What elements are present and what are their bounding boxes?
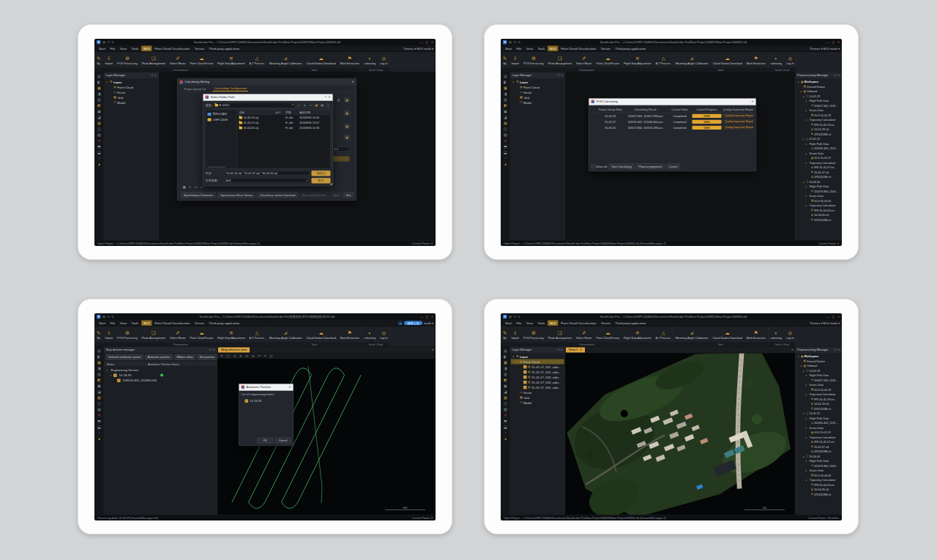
file-dialog-nav-icon[interactable]: ◫ [326, 102, 331, 108]
expander-icon[interactable]: ∨ [800, 365, 803, 367]
quality-report-link[interactable]: Quality Inspection Report [723, 114, 754, 118]
side-tool-icon[interactable]: ⬓ [97, 149, 101, 155]
expander-icon[interactable]: ∨ [800, 90, 803, 93]
ribbon-button[interactable]: ☁Point Cloud Fusion [594, 329, 621, 340]
ribbon-button[interactable]: ◐colorizing [362, 329, 378, 340]
expander-icon[interactable]: ∨ [803, 455, 806, 458]
expander-icon[interactable]: ∨ [803, 180, 806, 183]
view-tab[interactable]: View 1✕ [566, 348, 585, 353]
ribbon-button[interactable]: ◎Log In [784, 329, 796, 340]
quick-access-icon[interactable]: ❐ [513, 40, 516, 44]
menu-item[interactable]: Terrain [193, 46, 206, 51]
ribbon-button[interactable]: ❏Photo Arrangement [546, 329, 574, 340]
ribbon-button[interactable]: ◐colorizing [768, 54, 784, 65]
side-tool-icon[interactable]: ⬒ [504, 143, 507, 149]
themes-mode-selector[interactable]: Themes ▾ MLS mode ▾ [403, 47, 433, 51]
group-action-icon[interactable]: + [189, 185, 191, 189]
minimize-icon[interactable]: — [826, 40, 829, 44]
expander-icon[interactable]: ∨ [805, 204, 808, 207]
side-tool-icon[interactable]: ⬓ [504, 424, 507, 430]
browse-folder-icon[interactable]: ▣ [345, 98, 350, 102]
file-dialog-nav-icon[interactable]: ● [296, 102, 302, 108]
file-dialog-nav-icon[interactable]: ▣ [314, 102, 319, 108]
side-tool-icon[interactable]: ▤ [97, 73, 101, 79]
side-tool-icon[interactable]: ▥ [97, 371, 101, 377]
close-icon[interactable]: ✕ [837, 40, 840, 44]
menu-item[interactable]: File [514, 46, 523, 51]
route-upload-button[interactable]: 线路上传 [404, 321, 422, 325]
mode-selector-fragment[interactable]: mode ▾ [424, 321, 433, 325]
menu-item[interactable]: Third party application [206, 321, 242, 326]
quick-access-icon[interactable]: ▤ [509, 40, 512, 44]
side-tool-icon[interactable]: ⬒ [97, 418, 101, 424]
menu-item[interactable]: Tools [129, 46, 141, 51]
side-tool-icon[interactable]: ▣ [97, 383, 101, 389]
tree-item[interactable]: ∨Engineering Section [105, 367, 217, 373]
pos-table-row[interactable]: 16-04-05115572.800_116525.298.posComplet… [591, 124, 754, 130]
side-tool-icon[interactable]: ◩ [504, 377, 507, 383]
expander-icon[interactable]: ∨ [805, 384, 808, 387]
side-tool-icon[interactable]: ✕ [97, 138, 100, 143]
ribbon-button[interactable]: ☁Cloud Station Download [305, 329, 338, 340]
expander-icon[interactable]: ∨ [805, 374, 808, 377]
expander-icon[interactable]: ∨ [803, 412, 806, 415]
maximize-icon[interactable]: ▢ [832, 40, 835, 44]
file-dialog-nav-icon[interactable]: ▤ [320, 102, 325, 108]
view-tool-icon[interactable]: ◱ [269, 354, 272, 358]
side-tool-icon[interactable]: ◪ [97, 389, 101, 395]
close-icon[interactable]: ✕ [288, 385, 291, 389]
view-tool-icon[interactable]: ✕ [239, 354, 242, 358]
side-tool-icon[interactable]: ▦ [504, 85, 507, 91]
tree-item[interactable]: ▦Grid [511, 95, 564, 100]
ribbon-button[interactable]: ✐Select Route [574, 54, 594, 65]
browse-folder-icon[interactable]: ▣ [345, 124, 350, 129]
side-tool-icon[interactable]: ◪ [504, 114, 507, 120]
side-tool-icon[interactable]: ▦ [97, 85, 101, 91]
close-tab-icon[interactable]: ✕ [580, 348, 582, 351]
side-tool-icon[interactable]: ▦ [504, 359, 507, 365]
instrument-height-field[interactable]: 0.2 [333, 147, 350, 152]
side-tool-icon[interactable]: ◕ [504, 436, 507, 441]
ribbon-button[interactable]: ⇩Import [509, 54, 521, 65]
menu-item[interactable]: MLS [141, 321, 152, 326]
ribbon-button[interactable]: ✎By [501, 329, 509, 340]
quick-access-icon[interactable]: ❐ [107, 40, 110, 44]
expander-icon[interactable]: ∨ [805, 393, 808, 396]
close-icon[interactable]: ✕ [751, 100, 753, 103]
tree-item[interactable]: ▱Vector [511, 390, 564, 395]
menu-item[interactable]: Terrain [599, 46, 613, 51]
side-tool-icon[interactable]: ◨ [504, 91, 507, 97]
side-tool-icon[interactable]: ◕ [98, 436, 100, 441]
maximize-icon[interactable]: ▢ [832, 315, 835, 318]
ribbon-button[interactable]: ❏Photo Arrangement [140, 54, 168, 65]
menu-item[interactable]: Point Cloud Classification [559, 46, 598, 51]
expander-icon[interactable]: ∨ [805, 460, 808, 463]
ribbon-button[interactable]: ⊿Mounting Angle Calibration [267, 329, 305, 340]
view-tool-icon[interactable]: ↶ [258, 354, 261, 358]
side-tool-icon[interactable]: ◕ [504, 161, 507, 167]
group-action-icon[interactable]: ▭ [194, 185, 197, 189]
tree-item[interactable]: ◍15-41-57_004_adju... [511, 380, 564, 385]
expander-icon[interactable]: ∨ [805, 152, 808, 154]
quality-report-link[interactable]: Quality Inspection Report [723, 120, 754, 124]
close-panel-icon[interactable]: ✕ [838, 74, 840, 77]
help-icon[interactable]: ? [324, 95, 326, 99]
float-panel-icon[interactable]: ❐ [557, 348, 559, 351]
menu-item[interactable]: Point Cloud Classification [152, 321, 192, 326]
expander-icon[interactable]: ∨ [805, 100, 808, 102]
maximize-icon[interactable]: ▢ [425, 315, 428, 318]
tree-item[interactable]: ≣476125286.sh [796, 217, 842, 223]
point-cloud-canvas[interactable]: 200 [565, 354, 795, 515]
float-panel-icon[interactable]: ❐ [151, 74, 153, 77]
ribbon-button[interactable]: ◐colorizing [362, 54, 378, 65]
minimize-icon[interactable]: — [420, 40, 423, 44]
ribbon-button[interactable]: ✐Select Route [574, 329, 594, 340]
expander-icon[interactable]: ∨ [512, 81, 515, 83]
side-tool-icon[interactable]: ▣ [504, 108, 507, 114]
side-tool-icon[interactable]: ✕ [504, 138, 507, 143]
dialog-button[interactable]: Synchronous Base Station [217, 193, 255, 198]
tree-item[interactable]: ▦Grid [511, 395, 564, 400]
browse-folder-icon[interactable]: ▣ [345, 135, 350, 140]
ribbon-button[interactable]: ⚙POS Processing [521, 54, 546, 65]
menu-item[interactable]: MLS [548, 46, 559, 51]
